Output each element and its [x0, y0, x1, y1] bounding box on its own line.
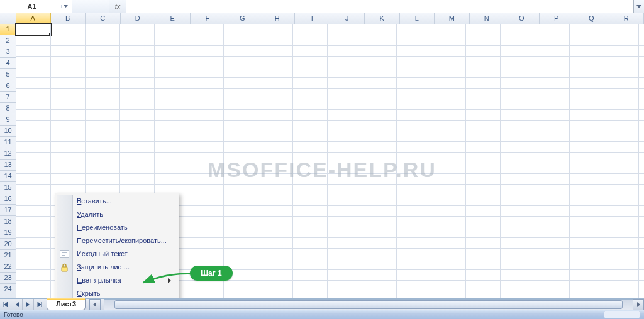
row-header-1[interactable]: 1	[0, 24, 16, 35]
col-header-D[interactable]: D	[121, 13, 156, 24]
col-header-F[interactable]: F	[191, 13, 226, 24]
active-cell[interactable]	[15, 23, 52, 36]
row-header-2[interactable]: 2	[0, 35, 16, 46]
row-header-6[interactable]: 6	[0, 80, 16, 92]
submenu-arrow-icon	[168, 274, 171, 287]
status-bar: Готово	[0, 310, 644, 319]
col-header-I[interactable]: I	[295, 13, 330, 24]
name-box-dropdown[interactable]	[61, 5, 69, 8]
sheet-tab-bar: Лист3	[0, 298, 644, 310]
row-header-15[interactable]: 15	[0, 182, 16, 193]
svg-marker-0	[64, 5, 68, 8]
col-header-O[interactable]: O	[504, 13, 540, 24]
view-mode-buttons	[604, 311, 640, 318]
ctx-protect[interactable]: Защитить лист...	[57, 261, 177, 274]
tab-nav-prev[interactable]	[11, 299, 23, 310]
row-header-21[interactable]: 21	[0, 250, 16, 261]
row-header-14[interactable]: 14	[0, 171, 16, 182]
formula-tool-gap	[72, 0, 109, 13]
lock-icon	[59, 262, 70, 273]
row-header-16[interactable]: 16	[0, 193, 16, 205]
row-header-17[interactable]: 17	[0, 205, 16, 216]
sheet-tab-label: Лист3	[56, 300, 76, 308]
tab-nav-first[interactable]	[0, 299, 11, 310]
worksheet[interactable]: ABCDEFGHIJKLMNOPQR 123456789101112131415…	[0, 13, 644, 300]
ctx-rename[interactable]: Переименовать	[57, 221, 177, 234]
row-header-20[interactable]: 20	[0, 239, 16, 250]
ctx-view_code[interactable]: Исходный текст	[57, 247, 177, 261]
row-header-22[interactable]: 22	[0, 261, 16, 273]
col-header-P[interactable]: P	[540, 13, 575, 24]
row-headers[interactable]: 1234567891011121314151617181920212223242…	[0, 24, 16, 300]
col-header-L[interactable]: L	[400, 13, 435, 24]
name-box[interactable]: A1	[0, 0, 72, 13]
col-header-A[interactable]: A	[16, 13, 51, 24]
step-callout: Шаг 1	[190, 266, 233, 281]
ctx-insert[interactable]: Вставить...	[57, 195, 177, 208]
col-header-M[interactable]: M	[435, 13, 470, 24]
sheet-tab-context-menu: Вставить...УдалитьПереименоватьПеремести…	[55, 193, 179, 300]
hscroll-thumb[interactable]	[114, 300, 623, 309]
code-icon	[59, 249, 70, 259]
status-text: Готово	[0, 311, 27, 318]
row-header-12[interactable]: 12	[0, 148, 16, 160]
col-header-K[interactable]: K	[365, 13, 400, 24]
formula-bar-input[interactable]	[126, 0, 633, 13]
row-header-7[interactable]: 7	[0, 92, 16, 103]
view-page-break-button[interactable]	[628, 311, 640, 318]
ctx-tab_color[interactable]: Цвет ярлычка	[57, 274, 177, 287]
ctx-delete[interactable]: Удалить	[57, 208, 177, 221]
row-header-3[interactable]: 3	[0, 46, 16, 58]
col-header-E[interactable]: E	[155, 13, 191, 24]
row-header-23[interactable]: 23	[0, 273, 16, 284]
row-header-18[interactable]: 18	[0, 216, 16, 227]
svg-marker-1	[636, 5, 641, 8]
tab-nav-last[interactable]	[34, 299, 45, 310]
col-header-B[interactable]: B	[51, 13, 86, 24]
select-all-corner[interactable]	[0, 13, 16, 24]
row-header-4[interactable]: 4	[0, 58, 16, 69]
row-header-19[interactable]: 19	[0, 227, 16, 239]
column-headers[interactable]: ABCDEFGHIJKLMNOPQR	[16, 13, 644, 24]
col-header-G[interactable]: G	[225, 13, 260, 24]
svg-rect-3	[62, 267, 67, 271]
col-header-N[interactable]: N	[470, 13, 505, 24]
col-header-C[interactable]: C	[86, 13, 121, 24]
row-header-24[interactable]: 24	[0, 284, 16, 295]
hscroll-right[interactable]	[633, 299, 644, 310]
tab-nav-next[interactable]	[23, 299, 34, 310]
view-normal-button[interactable]	[604, 311, 616, 318]
col-header-R[interactable]: R	[609, 13, 645, 24]
insert-function-button[interactable]: fx	[109, 0, 126, 13]
row-header-5[interactable]: 5	[0, 69, 16, 80]
col-header-Q[interactable]: Q	[574, 13, 609, 24]
row-header-13[interactable]: 13	[0, 160, 16, 171]
row-header-8[interactable]: 8	[0, 103, 16, 114]
view-page-layout-button[interactable]	[616, 311, 628, 318]
name-box-value: A1	[3, 3, 61, 10]
formula-bar-expand[interactable]	[633, 0, 644, 13]
row-header-11[interactable]: 11	[0, 137, 16, 148]
ctx-move_copy[interactable]: Переместить/скопировать...	[57, 234, 177, 247]
col-header-J[interactable]: J	[330, 13, 365, 24]
row-header-9[interactable]: 9	[0, 114, 16, 126]
ctx-hide[interactable]: Скрыть	[57, 287, 177, 300]
col-header-H[interactable]: H	[260, 13, 296, 24]
row-header-10[interactable]: 10	[0, 126, 16, 137]
sheet-tab-active[interactable]: Лист3	[47, 299, 86, 310]
hscroll-track[interactable]	[104, 299, 633, 310]
hscroll-left[interactable]	[89, 299, 101, 310]
